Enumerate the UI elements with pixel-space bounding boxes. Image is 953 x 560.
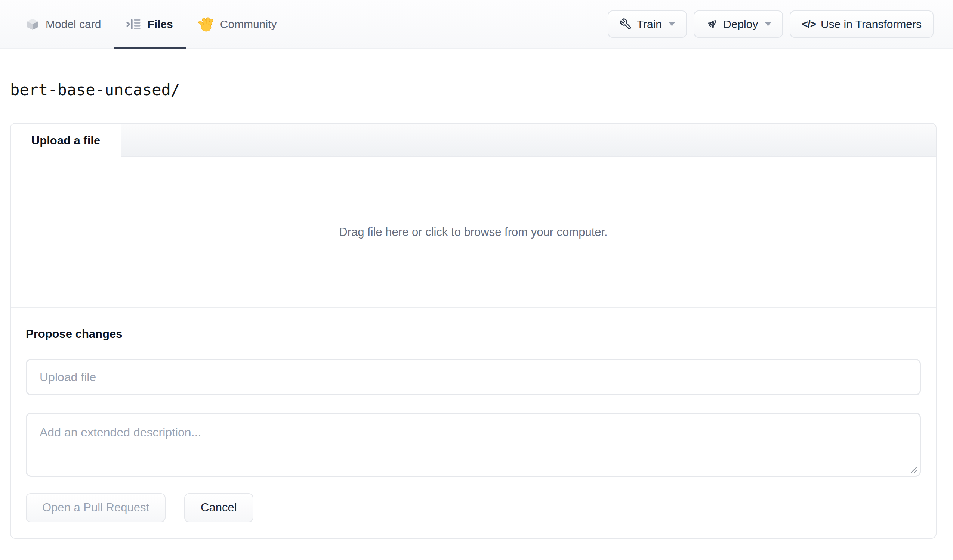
waving-hand-icon	[199, 16, 214, 32]
train-button[interactable]: Train	[608, 11, 687, 38]
tab-community-label: Community	[220, 18, 277, 31]
deploy-button[interactable]: Deploy	[694, 11, 783, 38]
tab-model-card[interactable]: Model card	[25, 0, 113, 48]
train-button-label: Train	[637, 18, 662, 31]
tab-files-label: Files	[147, 18, 173, 31]
propose-changes-heading: Propose changes	[26, 326, 921, 342]
top-navigation: Model card Files	[0, 0, 953, 49]
chevron-down-icon	[765, 22, 771, 26]
active-tab-indicator	[113, 47, 185, 49]
tab-upload-a-file[interactable]: Upload a file	[11, 124, 121, 158]
description-textarea[interactable]	[26, 413, 921, 477]
tab-files[interactable]: Files	[113, 0, 185, 48]
rocket-icon	[706, 18, 718, 31]
wrench-icon	[619, 18, 632, 30]
files-icon	[126, 18, 141, 31]
repo-tabs: Model card Files	[25, 0, 289, 48]
tab-community[interactable]: Community	[186, 0, 290, 48]
repo-action-buttons: Train Deploy </> Use in Tra	[608, 11, 934, 38]
open-pull-request-button[interactable]: Open a Pull Request	[26, 493, 166, 522]
chevron-down-icon	[669, 22, 675, 26]
cancel-button[interactable]: Cancel	[184, 493, 253, 522]
deploy-button-label: Deploy	[723, 18, 758, 31]
description-field-wrap	[26, 413, 921, 477]
tab-model-card-label: Model card	[46, 18, 101, 31]
resize-handle[interactable]	[908, 464, 917, 473]
breadcrumb[interactable]: bert-base-uncased/	[10, 81, 180, 99]
upload-card: Upload a file Drag file here or click to…	[10, 123, 937, 539]
cube-icon	[25, 17, 40, 31]
tab-upload-a-file-label: Upload a file	[31, 134, 100, 147]
filename-input[interactable]	[26, 359, 921, 395]
use-in-transformers-button[interactable]: </> Use in Transformers	[790, 11, 934, 38]
file-dropzone[interactable]: Drag file here or click to browse from y…	[11, 157, 936, 308]
form-actions: Open a Pull Request Cancel	[26, 493, 921, 522]
upload-card-tabbar: Upload a file	[11, 124, 936, 157]
propose-changes-section: Propose changes Open a Pull Request Canc…	[11, 308, 936, 538]
dropzone-hint-text: Drag file here or click to browse from y…	[339, 226, 607, 239]
use-in-transformers-label: Use in Transformers	[821, 18, 922, 31]
